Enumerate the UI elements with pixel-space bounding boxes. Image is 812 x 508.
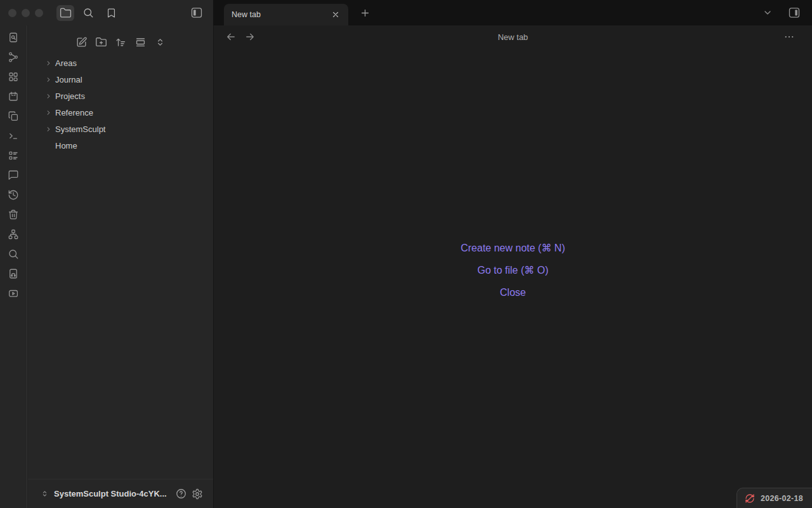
list-details-icon [8,150,19,161]
create-new-note-link[interactable]: Create new note (⌘ N) [461,241,565,255]
settings-gear-icon [192,488,203,500]
folder-label: Journal [55,75,82,84]
folder-label: Projects [55,91,85,101]
file-label: Home [55,141,77,150]
bookmark-icon [106,8,117,18]
ribbon-search-button[interactable] [5,246,22,262]
tree-folder-journal[interactable]: Journal [34,71,208,88]
file-audio-icon [8,268,19,279]
close-icon [331,10,340,19]
obsidian-window: New tab [0,0,812,508]
close-tab-button[interactable] [329,8,342,21]
tab-title: New tab [232,10,261,19]
ribbon-copy-button[interactable] [5,109,22,124]
tab-list-button[interactable] [759,5,776,21]
chevron-spacer [44,142,52,149]
file-tree: Areas Journal Projects Reference SystemS… [28,53,213,479]
file-search-icon [8,32,19,43]
network-icon [8,229,19,240]
search-icon [82,7,94,18]
layout-dashboard-icon [8,71,19,83]
panel-left-area [188,5,206,21]
ribbon-dashboard-button[interactable] [5,69,22,84]
message-square-icon [8,170,19,181]
ribbon-terminal-button[interactable] [5,128,22,144]
tree-folder-reference[interactable]: Reference [34,104,208,121]
chevron-right-icon[interactable] [44,59,52,67]
tree-folder-areas[interactable]: Areas [34,55,208,71]
tree-file-home[interactable]: Home [34,137,208,154]
tree-folder-projects[interactable]: Projects [34,88,208,104]
ribbon-calendar-button[interactable] [5,89,22,104]
folder-label: Areas [55,58,77,68]
close-window-button[interactable] [8,9,16,17]
sort-order-button[interactable] [112,34,129,50]
calendar-icon [8,91,19,102]
sort-order-icon [115,36,127,48]
files-tab-button[interactable] [56,5,74,21]
chevron-right-icon[interactable] [44,125,52,133]
chevron-right-icon[interactable] [44,109,52,116]
new-folder-icon [95,36,107,48]
vault-name: SystemSculpt Studio-4cYK... [54,489,173,498]
minimize-window-button[interactable] [22,9,30,17]
titlebar-left [0,0,213,25]
tabbar-right-controls [759,5,803,21]
ribbon-video-button[interactable] [5,286,22,301]
video-player-icon [8,288,19,299]
folder-icon [60,7,72,19]
ribbon-list-details-button[interactable] [5,148,22,163]
vault-switcher[interactable]: SystemSculpt Studio-4cYK... [28,479,213,508]
ribbon-file-search-button[interactable] [5,30,22,45]
new-tab-button[interactable] [357,4,373,21]
folder-label: SystemSculpt [55,124,105,134]
status-date: 2026-02-18 [761,494,803,503]
ribbon-share-graph-button[interactable] [5,50,22,65]
chevron-down-icon [763,8,773,18]
search-icon [8,248,19,260]
new-folder-button[interactable] [93,34,109,50]
terminal-icon [8,130,19,142]
status-bar: 2026-02-18 [737,488,812,508]
ribbon-audio-file-button[interactable] [5,266,22,281]
history-icon [8,189,19,201]
new-note-icon [75,36,88,48]
panel-left-toggle-icon [190,6,203,19]
close-link[interactable]: Close [500,286,526,300]
plus-icon [360,8,370,18]
reveal-file-button[interactable] [132,34,148,50]
copy-files-icon [8,110,19,122]
toggle-right-sidebar-button[interactable] [785,5,803,21]
sync-off-button[interactable] [745,493,755,504]
folder-label: Reference [55,108,93,117]
reveal-file-icon [134,36,147,48]
ribbon-trash-button[interactable] [5,207,22,222]
ribbon-chat-button[interactable] [5,168,22,183]
search-tab-button[interactable] [79,5,97,21]
sync-off-icon [745,493,755,504]
expand-collapse-button[interactable] [152,34,168,50]
toggle-left-sidebar-button[interactable] [188,5,206,21]
settings-button[interactable] [189,486,206,502]
ribbon [0,25,27,508]
bookmarks-tab-button[interactable] [102,5,120,21]
new-note-button[interactable] [73,34,89,50]
tab-new-tab[interactable]: New tab [224,4,348,25]
chevrons-up-down-icon [41,490,49,498]
help-button[interactable] [173,486,189,502]
chevron-right-icon[interactable] [44,92,52,100]
share-graph-icon [8,51,19,63]
file-explorer: Areas Journal Projects Reference SystemS… [28,25,213,508]
ribbon-network-button[interactable] [5,227,22,242]
chevron-right-icon[interactable] [44,76,52,83]
go-to-file-link[interactable]: Go to file (⌘ O) [477,264,548,277]
ribbon-history-button[interactable] [5,187,22,203]
expand-collapse-icon [155,37,166,48]
help-circle-icon [175,488,187,500]
tab-strip: New tab [213,0,812,25]
sidebar-tab-icons [56,5,120,21]
zoom-window-button[interactable] [35,9,43,17]
explorer-toolbar [28,30,213,53]
empty-state: Create new note (⌘ N) Go to file (⌘ O) C… [214,41,812,500]
tree-folder-systemsculpt[interactable]: SystemSculpt [34,121,208,137]
